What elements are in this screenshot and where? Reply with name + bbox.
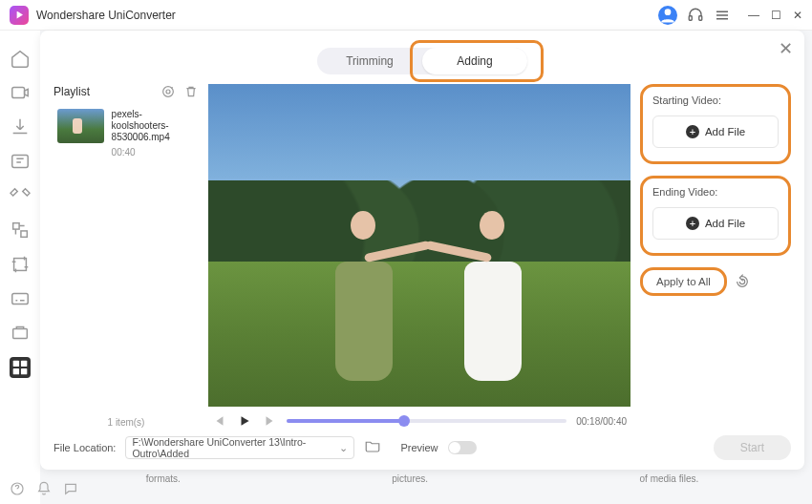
left-sidebar — [0, 31, 40, 504]
close-button[interactable]: ✕ — [793, 9, 802, 22]
time-display: 00:18/00:40 — [576, 416, 627, 427]
playlist-delete-icon[interactable] — [183, 84, 199, 99]
help-icon[interactable] — [10, 481, 25, 496]
playlist-column: Playlist pexels-koolshooters-8530006.mp4… — [53, 84, 199, 428]
feedback-icon[interactable] — [63, 481, 78, 496]
footer-row: File Location: F:\Wondershare UniConvert… — [53, 435, 791, 460]
file-location-path: F:\Wondershare UniConverter 13\Intro-Out… — [132, 436, 339, 459]
next-frame-icon[interactable] — [262, 414, 277, 428]
footer-help-icons — [10, 481, 78, 496]
tab-adding[interactable]: Adding — [422, 48, 527, 74]
svg-rect-8 — [13, 223, 19, 229]
app-logo-icon — [10, 6, 29, 25]
video-art — [208, 84, 630, 407]
playlist-add-icon[interactable] — [160, 84, 176, 99]
timeline-thumb[interactable] — [398, 415, 410, 427]
playlist-title: Playlist — [53, 85, 90, 98]
user-avatar-icon[interactable] — [658, 6, 677, 25]
ending-video-label: Ending Video: — [652, 186, 779, 198]
sidebar-download-icon[interactable] — [10, 116, 31, 137]
svg-rect-12 — [13, 328, 28, 338]
file-location-input[interactable]: F:\Wondershare UniConverter 13\Intro-Out… — [125, 436, 354, 459]
sidebar-compress-icon[interactable] — [10, 151, 31, 172]
svg-rect-15 — [13, 368, 19, 374]
preview-toggle[interactable] — [448, 441, 477, 454]
file-location-label: File Location: — [53, 442, 116, 453]
minimize-button[interactable]: — — [748, 9, 759, 22]
mode-tabs: Trimming Adding — [317, 48, 527, 74]
sidebar-record-icon[interactable] — [10, 323, 31, 344]
playlist-item[interactable]: pexels-koolshooters-8530006.mp4 00:40 — [53, 105, 199, 161]
app-title: Wondershare UniConverter — [36, 9, 176, 22]
playlist-item-name: pexels-koolshooters-8530006.mp4 — [112, 109, 195, 143]
hamburger-menu-icon[interactable] — [714, 7, 731, 24]
sidebar-crop-icon[interactable] — [10, 254, 31, 275]
titlebar: Wondershare UniConverter — ☐ ✕ — [0, 0, 812, 31]
reset-icon[interactable] — [735, 274, 750, 289]
preview-label: Preview — [400, 442, 438, 453]
notification-bell-icon[interactable] — [36, 481, 52, 496]
playback-timeline[interactable] — [287, 419, 566, 423]
prev-frame-icon[interactable] — [212, 414, 227, 428]
svg-rect-16 — [21, 368, 27, 374]
svg-rect-2 — [699, 15, 702, 20]
tab-trimming[interactable]: Trimming — [317, 48, 422, 74]
svg-rect-7 — [12, 156, 29, 168]
sidebar-video-icon[interactable] — [10, 82, 31, 103]
starting-video-label: Starting Video: — [652, 94, 779, 106]
sidebar-toolbox-icon[interactable] — [10, 357, 31, 378]
svg-rect-9 — [21, 231, 27, 237]
settings-column: Starting Video: + Add File Ending Video:… — [640, 84, 791, 428]
intro-outro-panel: ✕ Trimming Adding Playlist pexels-koolsh… — [40, 31, 804, 470]
video-preview[interactable] — [208, 84, 630, 407]
playback-controls: 00:18/00:40 — [208, 414, 630, 428]
ending-video-section: Ending Video: + Add File — [640, 176, 791, 256]
open-folder-icon[interactable] — [364, 437, 381, 458]
svg-rect-6 — [12, 88, 25, 98]
sidebar-merge-icon[interactable] — [10, 220, 31, 241]
svg-point-19 — [166, 90, 170, 94]
add-file-label: Add File — [705, 218, 745, 229]
add-starting-file-button[interactable]: + Add File — [652, 116, 779, 148]
sidebar-subtitle-icon[interactable] — [10, 288, 31, 309]
svg-rect-13 — [13, 361, 19, 367]
support-headset-icon[interactable] — [687, 7, 704, 24]
svg-rect-14 — [21, 361, 27, 367]
playlist-item-duration: 00:40 — [112, 147, 195, 158]
plus-icon: + — [686, 217, 699, 230]
playlist-thumbnail — [57, 109, 104, 143]
svg-rect-1 — [689, 15, 692, 20]
maximize-button[interactable]: ☐ — [771, 9, 781, 22]
start-button[interactable]: Start — [714, 435, 791, 460]
add-ending-file-button[interactable]: + Add File — [652, 207, 779, 240]
svg-point-0 — [665, 9, 672, 15]
plus-icon: + — [686, 125, 699, 138]
starting-video-section: Starting Video: + Add File — [640, 84, 791, 164]
svg-rect-11 — [12, 294, 29, 304]
add-file-label: Add File — [705, 126, 745, 137]
svg-rect-10 — [14, 259, 27, 271]
apply-to-all-button[interactable]: Apply to All — [640, 267, 727, 296]
sidebar-edit-icon[interactable] — [10, 185, 31, 206]
sidebar-home-icon[interactable] — [10, 48, 31, 69]
background-card-text: formats. pictures. of media files. — [40, 473, 804, 496]
playlist-count: 1 item(s) — [53, 411, 199, 428]
close-panel-icon[interactable]: ✕ — [779, 38, 793, 59]
chevron-down-icon[interactable]: ⌄ — [339, 442, 348, 453]
play-icon[interactable] — [237, 414, 252, 428]
